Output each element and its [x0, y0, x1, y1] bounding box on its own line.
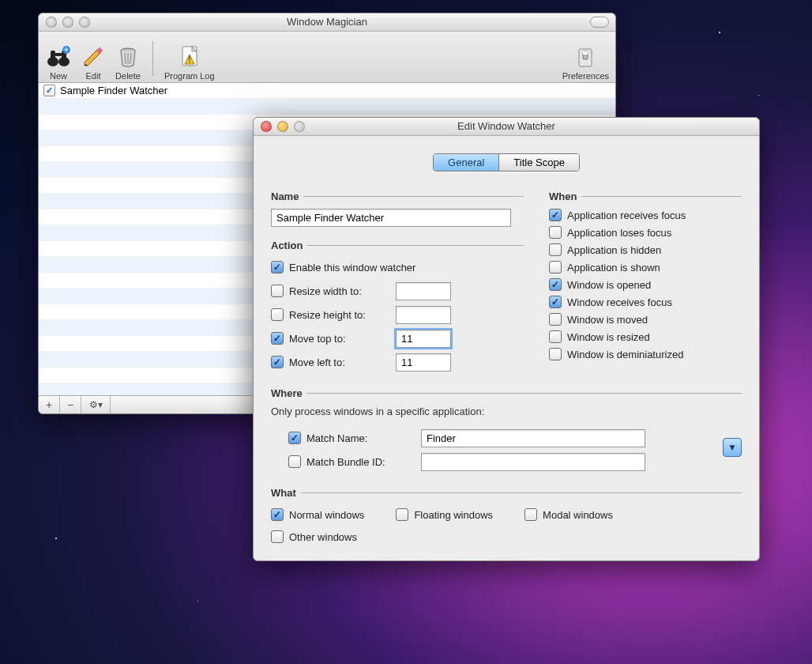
resize-height-label: Resize height to:	[289, 309, 366, 321]
binoculars-icon: +	[45, 43, 72, 70]
checkbox-icon	[549, 313, 562, 326]
when-checkbox-5[interactable]: Window receives focus	[549, 296, 742, 308]
when-checkbox-3[interactable]: Application is shown	[549, 261, 742, 274]
close-icon[interactable]	[46, 17, 57, 28]
match-bundle-label: Match Bundle ID:	[306, 456, 385, 468]
normal-windows-checkbox[interactable]: Normal windows	[271, 508, 364, 521]
section-action: Action	[271, 240, 524, 251]
toolbar-toggle-pill[interactable]	[590, 17, 609, 28]
when-checkbox-0[interactable]: Application receives focus	[549, 209, 742, 221]
zoom-icon[interactable]	[294, 121, 305, 132]
minimize-icon[interactable]	[277, 121, 288, 132]
normal-windows-label: Normal windows	[289, 509, 364, 521]
move-left-label: Move left to:	[289, 357, 345, 368]
floating-windows-checkbox[interactable]: Floating windows	[396, 508, 493, 521]
tab-general-label: General	[448, 157, 484, 168]
match-name-label: Match Name:	[306, 432, 367, 444]
edit-button[interactable]: Edit	[80, 43, 107, 81]
delete-label: Delete	[115, 71, 141, 81]
when-checkbox-8[interactable]: Window is deminiaturized	[549, 348, 742, 360]
modal-windows-checkbox[interactable]: Modal windows	[524, 508, 613, 521]
when-checkbox-1[interactable]: Application loses focus	[549, 226, 742, 239]
svg-text:+: +	[64, 46, 68, 54]
tab-general[interactable]: General	[434, 154, 499, 171]
match-bundle-field[interactable]	[421, 453, 645, 471]
name-field[interactable]	[271, 209, 511, 227]
when-checkbox-7[interactable]: Window is resized	[549, 330, 742, 343]
edit-titlebar[interactable]: Edit Window Watcher	[254, 118, 759, 136]
section-where: Where	[271, 387, 742, 399]
program-log-label: Program Log	[164, 71, 215, 81]
when-label: Window is resized	[567, 331, 650, 343]
move-left-checkbox[interactable]: Move left to:	[271, 356, 389, 368]
checkbox-icon	[549, 330, 562, 343]
list-empty-row	[39, 99, 615, 115]
resize-width-checkbox[interactable]: Resize width to:	[271, 285, 389, 297]
document-warning-icon: !	[176, 43, 203, 70]
move-top-checkbox[interactable]: Move top to:	[271, 332, 389, 345]
preferences-button[interactable]: Preferences	[562, 43, 609, 81]
resize-height-checkbox[interactable]: Resize height to:	[271, 308, 389, 321]
match-name-field[interactable]	[421, 429, 645, 447]
section-name: Name	[271, 191, 524, 202]
delete-button[interactable]: Delete	[115, 43, 141, 81]
svg-rect-4	[55, 53, 62, 56]
match-name-checkbox[interactable]: Match Name:	[288, 432, 415, 444]
checkbox-icon	[549, 278, 562, 291]
action-menu-button[interactable]: ⚙▾	[81, 396, 111, 413]
star-decor	[719, 32, 720, 33]
checkbox-icon	[549, 261, 562, 274]
floating-windows-label: Floating windows	[414, 509, 493, 521]
checkbox-icon	[549, 209, 562, 221]
edit-window: Edit Window Watcher General Title Scope …	[253, 117, 760, 561]
remove-button[interactable]: −	[60, 396, 81, 413]
tab-title-scope-label: Title Scope	[513, 157, 565, 168]
section-when: When	[549, 191, 742, 202]
main-toolbar: + New Edit Delete ! Program Log	[39, 32, 615, 83]
when-label: Application loses focus	[567, 227, 671, 239]
star-decor	[758, 95, 759, 96]
chevron-down-icon: ▼	[727, 442, 737, 453]
new-button[interactable]: + New	[45, 43, 72, 81]
where-hint: Only process windows in a specific appli…	[271, 406, 742, 417]
resize-height-field[interactable]	[396, 306, 451, 324]
checkbox-icon	[549, 226, 562, 239]
when-checkbox-6[interactable]: Window is moved	[549, 313, 742, 326]
svg-rect-20	[583, 51, 588, 55]
minimize-icon[interactable]	[62, 17, 73, 28]
other-windows-label: Other windows	[289, 531, 357, 543]
edit-label: Edit	[86, 71, 101, 81]
enable-watcher-checkbox[interactable]: Enable this window watcher	[271, 261, 415, 274]
enable-watcher-label: Enable this window watcher	[289, 262, 415, 274]
svg-text:!: !	[188, 55, 190, 64]
list-item[interactable]: Sample Finder Watcher	[39, 83, 615, 99]
when-label: Window is opened	[567, 279, 651, 291]
section-what: What	[271, 487, 742, 499]
when-checkbox-4[interactable]: Window is opened	[549, 278, 742, 291]
gear-icon: ⚙▾	[89, 399, 103, 410]
zoom-icon[interactable]	[79, 17, 90, 28]
when-label: Window is deminiaturized	[567, 349, 683, 360]
tab-title-scope[interactable]: Title Scope	[499, 154, 579, 171]
move-left-field[interactable]	[396, 353, 451, 372]
switch-icon	[572, 43, 599, 70]
resize-width-field[interactable]	[396, 282, 451, 300]
section-where-label: Where	[271, 387, 307, 399]
main-titlebar[interactable]: Window Magician	[39, 13, 615, 32]
section-what-label: What	[271, 487, 301, 499]
close-icon[interactable]	[261, 121, 272, 132]
star-decor	[197, 601, 198, 602]
app-picker-button[interactable]: ▼	[723, 438, 742, 457]
program-log-button[interactable]: ! Program Log	[164, 43, 215, 81]
tab-control: General Title Scope	[271, 153, 742, 172]
plus-icon: +	[46, 398, 52, 411]
when-label: Window is moved	[567, 314, 648, 326]
move-top-label: Move top to:	[289, 333, 346, 345]
add-button[interactable]: +	[39, 396, 60, 413]
checkbox-icon[interactable]	[43, 85, 55, 96]
other-windows-checkbox[interactable]: Other windows	[271, 530, 357, 543]
checkbox-icon	[549, 296, 562, 308]
move-top-field[interactable]	[396, 330, 451, 348]
match-bundle-checkbox[interactable]: Match Bundle ID:	[288, 455, 415, 468]
when-checkbox-2[interactable]: Application is hidden	[549, 243, 742, 256]
